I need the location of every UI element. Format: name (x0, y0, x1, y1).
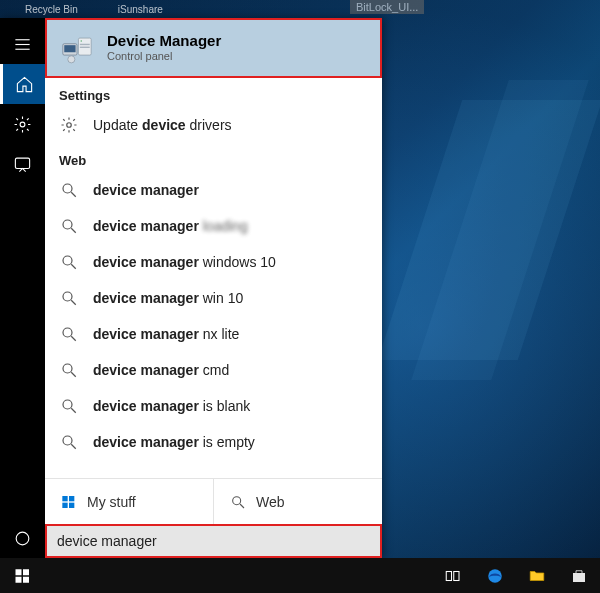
search-icon (59, 252, 79, 272)
web-result[interactable]: device manager win 10 (45, 280, 382, 316)
web-result[interactable]: device manager nx lite (45, 316, 382, 352)
web-tab[interactable]: Web (214, 479, 382, 524)
svg-line-35 (240, 504, 244, 508)
search-icon (59, 216, 79, 236)
svg-point-14 (63, 184, 72, 193)
web-tab-label: Web (256, 494, 285, 510)
web-result-label: device manager nx lite (93, 326, 239, 342)
svg-rect-40 (446, 571, 451, 580)
web-result-label: device manager loading (93, 218, 248, 234)
store-icon (570, 567, 588, 585)
web-result[interactable]: device manager (45, 172, 382, 208)
search-icon (230, 494, 246, 510)
edge-button[interactable] (474, 558, 516, 593)
svg-point-28 (63, 436, 72, 445)
best-match-subtitle: Control panel (107, 50, 221, 63)
edge-icon (486, 567, 504, 585)
recycle-bin-label[interactable]: Recycle Bin (25, 4, 78, 15)
desktop-icons-row: Recycle Bin iSunshare (5, 0, 595, 18)
svg-point-34 (233, 496, 241, 504)
svg-point-9 (81, 40, 82, 41)
cortana-circle-icon[interactable] (0, 518, 45, 558)
search-box[interactable] (45, 524, 382, 558)
cortana-search-panel: Device Manager Control panel Settings Up… (0, 18, 382, 558)
svg-line-19 (71, 264, 76, 269)
scope-tabs: My stuff Web (45, 478, 382, 524)
svg-point-16 (63, 220, 72, 229)
hamburger-icon[interactable] (0, 24, 45, 64)
windows-logo-icon (14, 567, 32, 585)
svg-point-22 (63, 328, 72, 337)
svg-point-3 (20, 122, 25, 127)
web-section-header: Web (45, 143, 382, 172)
svg-point-18 (63, 256, 72, 265)
svg-rect-31 (69, 496, 74, 501)
svg-line-15 (71, 192, 76, 197)
taskbar (0, 558, 600, 593)
svg-line-21 (71, 300, 76, 305)
file-explorer-button[interactable] (516, 558, 558, 593)
background-window-title: BitLock_UI... (350, 0, 424, 14)
svg-point-12 (68, 56, 75, 63)
task-view-icon (444, 567, 462, 585)
search-icon (59, 324, 79, 344)
my-stuff-label: My stuff (87, 494, 136, 510)
svg-rect-37 (23, 569, 29, 575)
device-manager-icon (59, 30, 95, 66)
svg-line-23 (71, 336, 76, 341)
web-result[interactable]: device manager is blank (45, 388, 382, 424)
store-button[interactable] (558, 558, 600, 593)
svg-rect-36 (16, 569, 22, 575)
svg-point-13 (67, 123, 72, 128)
home-icon[interactable] (0, 64, 45, 104)
web-result[interactable]: device manager is empty (45, 424, 382, 460)
svg-rect-32 (62, 502, 67, 507)
svg-rect-41 (454, 571, 459, 580)
my-stuff-tab[interactable]: My stuff (45, 479, 214, 524)
web-result-label: device manager win 10 (93, 290, 243, 306)
feedback-icon[interactable] (0, 144, 45, 184)
svg-point-5 (16, 532, 29, 545)
desktop-shortcut-label[interactable]: iSunshare (118, 4, 163, 15)
windows-logo-icon (61, 494, 77, 510)
web-result[interactable]: device manager windows 10 (45, 244, 382, 280)
svg-line-27 (71, 408, 76, 413)
task-view-button[interactable] (432, 558, 474, 593)
web-result-label: device manager (93, 182, 199, 198)
svg-rect-39 (23, 576, 29, 582)
svg-rect-38 (16, 576, 22, 582)
best-match-title: Device Manager (107, 32, 221, 50)
svg-point-24 (63, 364, 72, 373)
svg-line-29 (71, 444, 76, 449)
svg-rect-43 (573, 573, 585, 582)
web-result-label: device manager cmd (93, 362, 229, 378)
svg-rect-33 (69, 502, 74, 507)
svg-line-25 (71, 372, 76, 377)
svg-rect-30 (62, 496, 67, 501)
search-icon (59, 432, 79, 452)
settings-section-header: Settings (45, 78, 382, 107)
web-result[interactable]: device manager loading (45, 208, 382, 244)
search-results-content: Device Manager Control panel Settings Up… (45, 18, 382, 558)
svg-rect-7 (64, 45, 75, 52)
cortana-sidebar (0, 18, 45, 558)
svg-rect-10 (80, 44, 90, 45)
search-input[interactable] (57, 533, 370, 549)
start-button[interactable] (0, 558, 46, 593)
best-match-result[interactable]: Device Manager Control panel (45, 18, 382, 78)
search-icon (59, 360, 79, 380)
gear-icon[interactable] (0, 104, 45, 144)
folder-icon (528, 567, 546, 585)
settings-result-label: Update device drivers (93, 117, 232, 133)
web-result-label: device manager windows 10 (93, 254, 276, 270)
settings-result-update-drivers[interactable]: Update device drivers (45, 107, 382, 143)
web-result-label: device manager is blank (93, 398, 250, 414)
search-icon (59, 288, 79, 308)
svg-point-26 (63, 400, 72, 409)
search-icon (59, 180, 79, 200)
web-result-label: device manager is empty (93, 434, 255, 450)
web-result[interactable]: device manager cmd (45, 352, 382, 388)
search-icon (59, 396, 79, 416)
svg-line-17 (71, 228, 76, 233)
svg-rect-11 (80, 47, 90, 48)
